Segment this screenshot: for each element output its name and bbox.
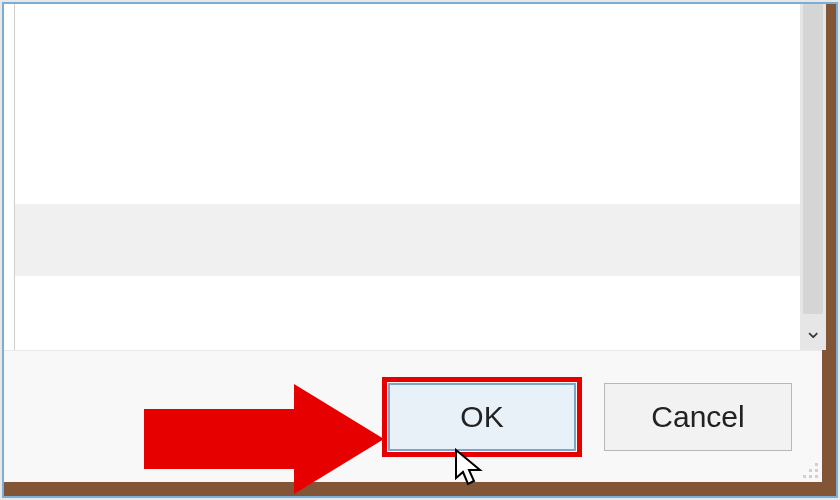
vertical-scrollbar[interactable]: ⌄ <box>800 4 826 350</box>
chevron-down-icon: ⌄ <box>804 318 822 344</box>
cancel-button-label: Cancel <box>651 400 744 434</box>
dialog-button-bar: OK Cancel <box>4 350 822 482</box>
list-selected-row[interactable] <box>15 204 800 276</box>
resize-grip-icon[interactable] <box>800 460 818 478</box>
cancel-button[interactable]: Cancel <box>604 383 792 451</box>
dialog-content-area <box>14 4 800 350</box>
scroll-down-button[interactable]: ⌄ <box>800 316 826 346</box>
screenshot-frame: ⌄ OK Cancel <box>2 2 838 498</box>
ok-button[interactable]: OK <box>388 383 576 451</box>
scrollbar-thumb[interactable] <box>803 4 823 314</box>
ok-button-label: OK <box>460 400 503 434</box>
